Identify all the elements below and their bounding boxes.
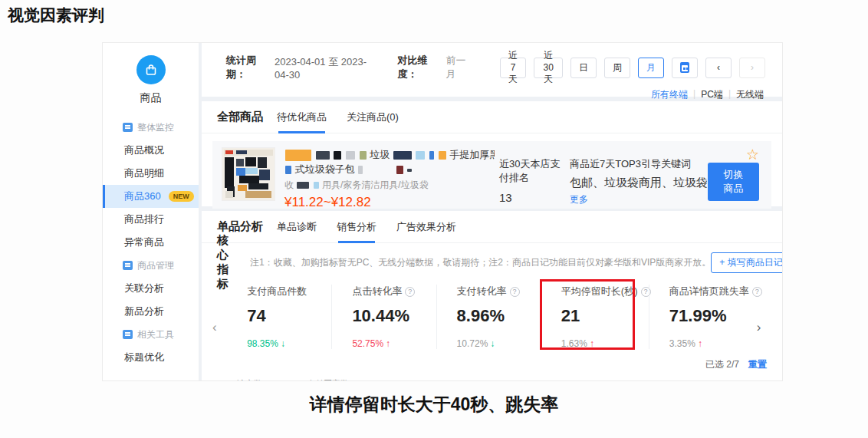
favorite-star-icon[interactable]: ☆ — [746, 147, 759, 163]
up-arrow-icon: ↑ — [386, 338, 390, 349]
sidebar-item-label: 新品分析 — [124, 305, 164, 318]
payment-rank-block: 近30天本店支付排名 13 — [499, 147, 570, 203]
tab-to-optimize[interactable]: 待优化商品 — [277, 101, 327, 133]
kpi-card-payment-conversion[interactable]: 支付转化率? 8.96% 10.72%↓ — [436, 285, 541, 349]
category-fragment: 收 — [284, 179, 294, 190]
tab-all-products[interactable]: 全部商品 — [217, 110, 263, 124]
kpi-value: 21 — [561, 306, 649, 326]
kpi-change-value: 10.72% — [457, 338, 488, 349]
kpi-prev-chevron-icon[interactable]: ‹ — [212, 285, 227, 349]
tab-ad-effect[interactable]: 广告效果分析 — [396, 211, 456, 243]
range-button-month[interactable]: 月 — [638, 58, 664, 78]
kpi-value: 8.96% — [457, 306, 541, 326]
kpi-card-avg-stay-duration[interactable]: 平均停留时长(秒)? 21 1.63%↑ — [541, 285, 649, 349]
sidebar-section-related-tools[interactable]: 相关工具 — [103, 323, 199, 346]
sidebar-section-product-management[interactable]: 商品管理 — [103, 254, 199, 277]
sidebar-section-monitoring[interactable]: 整体监控 — [103, 116, 199, 139]
kpi-label: 商品详情页跳失率 — [669, 285, 749, 298]
core-metrics-title: 核心指标 — [217, 233, 229, 291]
censored-block — [407, 169, 412, 172]
kpi-label: 支付转化率 — [457, 285, 507, 298]
sidebar-item-new-product-analysis[interactable]: 新品分析 — [103, 300, 199, 323]
kpi-carousel: ‹ 支付商品件数 74 98.35%↓ 点击转化率? 10.44% 52.75%… — [202, 285, 782, 349]
censored-block — [285, 150, 311, 161]
range-button-7d[interactable]: 近7天 — [500, 58, 527, 78]
censored-block — [297, 182, 309, 189]
up-arrow-icon: ↑ — [590, 338, 594, 349]
tab-watched[interactable]: 关注商品(0) — [347, 101, 399, 133]
sidebar-item-association-analysis[interactable]: 关联分析 — [103, 277, 199, 300]
kpi-next-chevron-icon[interactable]: › — [757, 285, 771, 349]
chart-legend: 访客数 支付买家数 — [202, 378, 782, 381]
selected-count: 已选 2/7 — [705, 358, 739, 371]
rank-value: 13 — [499, 191, 570, 204]
kpi-label: 支付商品件数 — [247, 285, 307, 298]
kpi-card-click-conversion[interactable]: 点击转化率? 10.44% 52.75%↑ — [331, 285, 436, 349]
product-summary-strip: 垃圾 手提加厚黑色背 式垃圾袋子包 收 — [212, 141, 771, 209]
sidebar-item-product-ranking[interactable]: 商品排行 — [103, 208, 199, 231]
sidebar-item-abnormal-products[interactable]: 异常商品 — [103, 231, 199, 254]
legend-swatch — [225, 380, 232, 382]
kpi-card-detail-bounce-rate[interactable]: 商品详情页跳失率? 71.99% 3.35%↑ — [649, 285, 757, 349]
tab-sales-analysis[interactable]: 销售分析 — [337, 211, 376, 243]
terminal-wireless[interactable]: 无线端 — [736, 88, 764, 101]
sidebar: 商品 整体监控 商品概况 商品明细 商品360NEW 商品排行 异常商品 商品管… — [103, 43, 199, 380]
calendar-button[interactable] — [672, 58, 698, 78]
product-card: 全部商品 待优化商品 关注商品(0) — [202, 101, 782, 206]
sidebar-item-product-overview[interactable]: 商品概况 — [103, 139, 199, 162]
kpi-change: 10.72%↓ — [457, 338, 541, 349]
new-badge: NEW — [169, 191, 194, 202]
range-button-30d[interactable]: 近30天 — [534, 58, 563, 78]
date-range-buttons: 近7天 近30天 日 周 月 ‹ › — [492, 58, 765, 78]
product-thumbnail-image — [222, 148, 275, 200]
sidebar-item-product-360[interactable]: 商品360NEW — [103, 185, 199, 208]
kpi-value: 74 — [247, 306, 331, 326]
kpi-card-paid-items[interactable]: 支付商品件数 74 98.35%↓ — [227, 285, 331, 349]
info-icon[interactable]: ? — [405, 287, 415, 297]
legend-label: 访客数 — [237, 378, 262, 381]
censored-block — [346, 151, 355, 160]
prev-period-button[interactable]: ‹ — [705, 58, 732, 78]
analysis-card: 单品分析 单品诊断 销售分析 广告效果分析 核心指标 注1：收藏、加购指标暂无P… — [202, 211, 782, 381]
terminal-all[interactable]: 所有终端 — [651, 88, 688, 101]
product-category: 收 用具/家务清洁用具/垃圾袋 — [284, 179, 495, 192]
legend-label: 支付买家数 — [307, 378, 349, 381]
down-arrow-icon: ↓ — [490, 338, 495, 349]
shopping-bag-icon — [136, 55, 166, 84]
more-link[interactable]: 更多 — [570, 193, 588, 206]
kpi-change-value: 52.75% — [352, 338, 383, 349]
kpi-value: 10.44% — [352, 306, 436, 326]
caption-text: 详情停留时长大于40秒、跳失率 — [0, 393, 868, 417]
censored-block — [429, 151, 434, 160]
legend-item-paid-buyers[interactable]: 支付买家数 — [294, 378, 349, 381]
fill-product-diary-button[interactable]: + 填写商品日记 — [711, 252, 782, 273]
compare-label: 对比维度： — [397, 54, 441, 81]
product-title-line2: 式垃圾袋子包 — [284, 162, 495, 176]
sidebar-item-label: 异常商品 — [124, 235, 164, 249]
legend-swatch — [294, 380, 302, 382]
legend-item-visitors[interactable]: 访客数 — [225, 378, 262, 381]
terminal-pc[interactable]: PC端 — [701, 88, 723, 101]
separator: | — [693, 88, 695, 101]
range-button-week[interactable]: 周 — [604, 58, 630, 78]
sidebar-section-label: 整体监控 — [137, 121, 174, 134]
sidebar-item-title-optimization[interactable]: 标题优化 — [103, 346, 199, 369]
kpi-change: 98.35%↓ — [247, 338, 331, 349]
sidebar-item-product-detail[interactable]: 商品明细 — [103, 162, 199, 185]
page-title: 视觉因素评判 — [8, 5, 104, 26]
sidebar-item-label: 标题优化 — [124, 351, 164, 364]
period-label: 统计周期： — [226, 54, 270, 81]
info-icon[interactable]: ? — [510, 287, 520, 297]
product-title-fragment: 手提加厚黑色背 — [449, 149, 495, 160]
sidebar-item-label: 商品排行 — [124, 212, 164, 226]
range-button-day[interactable]: 日 — [570, 58, 597, 78]
next-period-button[interactable]: › — [739, 58, 765, 78]
reset-link[interactable]: 重置 — [748, 358, 767, 371]
sycm-dashboard-screenshot: 商品 整体监控 商品概况 商品明细 商品360NEW 商品排行 异常商品 商品管… — [102, 42, 783, 381]
doc-icon — [123, 123, 133, 132]
censored-block — [396, 166, 403, 174]
keywords-value: 包邮、垃圾袋商用、垃圾袋 — [570, 176, 708, 190]
tab-diagnosis[interactable]: 单品诊断 — [277, 211, 317, 243]
switch-product-button[interactable]: 切换商品 — [708, 163, 759, 201]
product-title-fragment: 垃圾 — [370, 149, 390, 160]
